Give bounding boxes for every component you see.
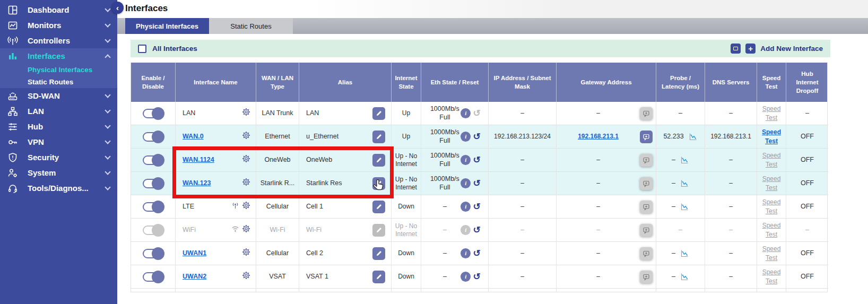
wan-lan-type-cell: LAN Trunk: [256, 102, 299, 125]
gear-icon[interactable]: [242, 108, 250, 119]
ping-gateway-button[interactable]: [640, 271, 653, 283]
interface-name-link[interactable]: UWAN1: [183, 249, 206, 258]
window-icon[interactable]: [731, 44, 741, 54]
tab-physical-interfaces[interactable]: Physical Interfaces: [125, 18, 209, 34]
dns-servers-cell: –: [705, 242, 757, 265]
reset-icon[interactable]: ↺: [473, 225, 480, 234]
reset-icon[interactable]: ↺: [473, 202, 480, 211]
gateway-address-cell: –: [557, 219, 656, 242]
sidebar-item-lan[interactable]: LAN: [0, 103, 117, 119]
ping-gateway-button[interactable]: [640, 131, 653, 143]
probe-latency-cell: –: [656, 195, 705, 219]
eth-state-cell: 1000Mb/s Fulli↺: [421, 149, 489, 172]
info-icon[interactable]: i: [461, 202, 471, 212]
add-new-interface-button[interactable]: Add New Interface: [760, 45, 823, 53]
sidebar-item-controllers[interactable]: Controllers: [0, 33, 117, 48]
gear-icon[interactable]: [242, 271, 250, 282]
latency-chart-icon[interactable]: [680, 179, 689, 188]
sidebar-item-vpn[interactable]: VPN: [0, 134, 117, 150]
sidebar-item-security[interactable]: Security: [0, 150, 117, 165]
enable-toggle[interactable]: [143, 272, 164, 282]
interface-name-link[interactable]: UWAN2: [183, 273, 206, 281]
gear-icon[interactable]: [242, 248, 250, 259]
tab-static-routes[interactable]: Static Routes: [209, 18, 293, 34]
edit-alias-button[interactable]: [372, 271, 385, 283]
reset-icon[interactable]: ↺: [473, 179, 480, 188]
edit-alias-button[interactable]: [372, 224, 385, 237]
reset-icon[interactable]: ↺: [473, 272, 480, 281]
gear-icon[interactable]: [242, 224, 250, 236]
interface-name-link[interactable]: WAN.0: [183, 133, 204, 141]
plus-icon[interactable]: +: [745, 44, 756, 54]
sidebar-item-monitors[interactable]: Monitors: [0, 18, 117, 33]
info-icon[interactable]: i: [461, 108, 471, 118]
column-header-dns-servers: DNS Servers: [705, 63, 757, 102]
enable-toggle[interactable]: [143, 225, 164, 235]
enable-toggle[interactable]: [143, 155, 164, 165]
edit-alias-button[interactable]: [372, 154, 385, 167]
gear-icon[interactable]: [242, 131, 250, 142]
info-icon[interactable]: i: [461, 178, 471, 188]
dns-servers-cell: –: [705, 172, 757, 195]
info-icon[interactable]: i: [461, 248, 471, 258]
gateway-text: –: [557, 203, 640, 211]
ping-gateway-button[interactable]: [640, 154, 653, 167]
reset-icon[interactable]: ↺: [473, 249, 480, 258]
ping-gateway-button[interactable]: [640, 201, 653, 213]
latency-chart-icon[interactable]: [680, 155, 689, 165]
collapse-sidebar-button[interactable]: ‹: [111, 2, 124, 14]
internet-state-cell: Down: [392, 195, 421, 219]
edit-alias-button[interactable]: [372, 247, 385, 260]
enable-toggle[interactable]: [143, 202, 164, 212]
reset-icon[interactable]: ↺: [473, 132, 480, 141]
interfaces-icon: [7, 51, 19, 62]
sidebar-item-system[interactable]: System: [0, 165, 117, 180]
gear-icon[interactable]: [242, 201, 250, 212]
ping-gateway-button[interactable]: [640, 107, 653, 120]
interface-name-link[interactable]: WAN.123: [183, 179, 211, 188]
gear-icon[interactable]: [242, 178, 250, 189]
internet-state-cell: Up - No Internet: [392, 172, 421, 195]
edit-alias-button[interactable]: [372, 107, 385, 120]
interface-name-link[interactable]: WAN.1124: [183, 156, 214, 164]
info-icon[interactable]: i: [461, 155, 471, 165]
probe-value: –: [672, 273, 675, 281]
gear-icon[interactable]: [242, 154, 250, 166]
sidebar-item-hub[interactable]: Hub: [0, 119, 117, 134]
sidebar-subitem-static-routes[interactable]: Static Routes: [0, 76, 117, 88]
sidebar-item-dashboard[interactable]: Dashboard: [0, 2, 117, 18]
enable-toggle[interactable]: [143, 109, 164, 118]
chevron-down-icon: [105, 107, 110, 113]
sidebar-item-tools-diagnos[interactable]: Tools/Diagnos...: [0, 180, 117, 196]
info-icon[interactable]: i: [461, 272, 471, 282]
latency-chart-icon[interactable]: [688, 132, 698, 142]
info-icon[interactable]: i: [461, 132, 471, 142]
wan-lan-type-cell: VSAT: [256, 265, 299, 289]
edit-alias-button[interactable]: [372, 131, 385, 143]
ping-gateway-button[interactable]: [640, 177, 653, 190]
latency-chart-icon[interactable]: [680, 249, 689, 258]
sidebar-item-label: Controllers: [28, 36, 106, 45]
all-interfaces-checkbox[interactable]: [138, 45, 146, 53]
ping-gateway-button[interactable]: [640, 247, 653, 260]
table-header-row: Enable / DisableInterface NameWAN / LAN …: [131, 63, 827, 102]
edit-alias-button[interactable]: [372, 201, 385, 213]
wifi-icon: [231, 225, 239, 236]
reset-icon[interactable]: ↺: [473, 109, 480, 118]
enable-toggle[interactable]: [143, 132, 164, 142]
edit-alias-button[interactable]: [372, 177, 385, 190]
gateway-link[interactable]: 192.168.213.1: [557, 133, 640, 141]
sidebar-subitem-physical-interfaces[interactable]: Physical Interfaces: [0, 64, 117, 76]
reset-icon[interactable]: ↺: [473, 155, 480, 164]
speed-test-link[interactable]: Speed Test: [757, 128, 786, 145]
latency-chart-icon[interactable]: [680, 272, 689, 282]
enable-toggle[interactable]: [143, 249, 164, 258]
ping-gateway-button[interactable]: [640, 224, 653, 237]
info-icon[interactable]: i: [461, 225, 471, 235]
enable-toggle[interactable]: [143, 179, 164, 188]
sidebar-item-interfaces[interactable]: Interfaces: [0, 48, 117, 64]
interface-name-cell: WAN.123: [176, 172, 256, 195]
latency-chart-icon[interactable]: [680, 202, 689, 212]
sidebar-item-sd-wan[interactable]: SD-WAN: [0, 88, 117, 103]
probe-value: –: [679, 109, 682, 118]
